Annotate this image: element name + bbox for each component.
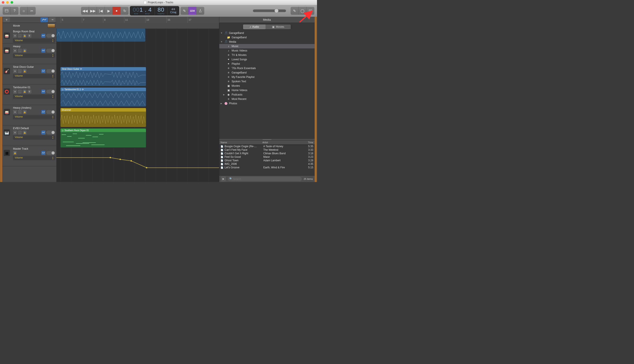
tab-movies[interactable]: ▣ Movies — [266, 24, 291, 29]
input-button[interactable]: 🎙 — [28, 90, 32, 94]
automation-mode[interactable] — [42, 90, 45, 94]
tree-item[interactable]: ▶◉Podcasts — [219, 92, 314, 97]
automation-mode[interactable] — [42, 69, 45, 73]
region-bongo[interactable] — [56, 28, 146, 42]
zoom-window[interactable] — [10, 1, 13, 4]
track-enable-toggle[interactable] — [46, 130, 55, 134]
lcd-display[interactable]: 001 . 4 BARBEAT 80 TEMPO 4/4 Cmaj — [130, 6, 179, 16]
notepad-button[interactable]: ✎ — [290, 7, 298, 15]
library-button[interactable] — [3, 7, 10, 15]
lock-button[interactable]: 🔒 — [13, 151, 17, 155]
solo-button[interactable]: 🎧 — [18, 34, 22, 38]
track-enable-toggle[interactable] — [46, 34, 55, 38]
tree-item[interactable]: ≡My Favorite Playlist — [219, 75, 314, 79]
automation-param-select[interactable]: Volume▴▾ — [13, 94, 55, 99]
automation-mode[interactable] — [42, 130, 45, 134]
track-header-1[interactable]: 🥁 Heavy ✕🎧 🔒 Volume▴▾ — [2, 44, 56, 64]
play-button[interactable]: ▶ — [105, 7, 113, 15]
tree-item[interactable]: ✦Loved Songs — [219, 57, 314, 62]
tuner-button[interactable]: ✎ — [180, 7, 188, 15]
tree-item[interactable]: ≡'70s Rock Essentials — [219, 66, 314, 70]
tree-item[interactable]: ≡TV & Movies — [219, 53, 314, 57]
automation-param-select[interactable]: Volume▴▾ — [13, 135, 55, 140]
mute-button[interactable]: ✕ — [13, 130, 17, 134]
automation-mode[interactable] — [42, 110, 45, 114]
cycle-button[interactable]: ↻ — [121, 7, 128, 15]
col-artist[interactable]: Artist — [262, 141, 302, 144]
smart-controls-button[interactable]: ☼ — [20, 7, 28, 15]
mute-button[interactable]: ✕ — [13, 110, 17, 114]
solo-button[interactable]: 🎧 — [18, 110, 22, 114]
media-search[interactable]: 🔍 — [228, 177, 302, 181]
movie-track-row[interactable]: Movie — [2, 23, 219, 28]
tree-item[interactable]: ▣Home Videos — [219, 88, 314, 92]
lock-button[interactable]: 🔒 — [23, 90, 27, 94]
automation-param-select[interactable]: Volume▴▾ — [13, 54, 55, 58]
lock-button[interactable]: 🔒 — [23, 130, 27, 134]
lock-button[interactable]: 🔒 — [23, 69, 27, 73]
loop-browser-button[interactable]: ◯ — [298, 7, 306, 15]
solo-button[interactable]: 🎧 — [18, 69, 22, 73]
track-header-3[interactable]: ⭕ Tambourine 01 ✕🎧 🔒 🎙 Volume▴▾ — [2, 84, 56, 105]
song-row[interactable]: 📄IMG_20064:35 — [219, 162, 314, 166]
minimize-window[interactable] — [6, 1, 9, 4]
rewind-button[interactable]: ◀◀ — [81, 7, 89, 15]
automation-mode[interactable] — [42, 151, 45, 155]
col-time[interactable]: Time — [302, 141, 313, 144]
region-organ[interactable]: ◇ Southern Rock Organ 01 — [60, 128, 146, 148]
tree-item[interactable]: ▼🎵Media — [219, 40, 314, 44]
region-tambourine[interactable]: ◇ Tambourine 01.1 ⟳ — [60, 87, 146, 107]
tree-item[interactable]: ▼🎵GarageBand — [219, 31, 314, 35]
track-header-4[interactable]: 🥁 Heavy (Anders) ✕🎧 🔒 Volume▴▾ — [2, 105, 56, 126]
song-row[interactable]: 📄Can't Feel My FaceThe Weeknd3:33 — [219, 148, 314, 152]
solo-button[interactable]: 🎧 — [18, 49, 22, 52]
lock-button[interactable]: 🔒 — [23, 34, 27, 38]
timeline-ruler[interactable]: 57911131517 — [56, 17, 219, 23]
track-enable-toggle[interactable] — [46, 110, 55, 114]
editors-button[interactable]: ✂ — [28, 7, 36, 15]
media-browser-button[interactable] — [306, 7, 314, 15]
close-window[interactable] — [2, 1, 4, 4]
stop-button[interactable]: |◀ — [97, 7, 105, 15]
track-header-6[interactable]: ▦ Master Track 🔒 Volume▴▾ — [2, 146, 56, 166]
track-enable-toggle[interactable] — [46, 151, 55, 155]
automation-mode[interactable] — [42, 49, 45, 52]
tree-item[interactable]: ▶🌸Photos — [219, 101, 314, 106]
song-row[interactable]: 📄Let's GrooveEarth, Wind & Fire5:15 — [219, 166, 314, 169]
automation-param-select[interactable]: Volume▴▾ — [13, 38, 55, 43]
automation-param-select[interactable]: Volume▴▾ — [13, 156, 55, 160]
track-header-2[interactable]: 🎸 Strat Disco Guitar ✕🎧 🔒 Volume▴▾ — [2, 64, 56, 84]
add-track-button[interactable]: + — [3, 18, 10, 22]
preview-play-button[interactable]: ▶ — [221, 176, 226, 181]
tree-item[interactable]: ♪Music — [219, 44, 314, 48]
lock-button[interactable]: 🔒 — [23, 110, 27, 114]
quick-help-button[interactable]: ? — [10, 7, 18, 15]
solo-button[interactable]: 🎧 — [18, 90, 22, 94]
song-row[interactable]: 📄Boogie Oogie Oogie (Re-…A Taste of Hone… — [219, 144, 314, 148]
record-button[interactable]: ● — [113, 7, 121, 15]
tree-item[interactable]: ✦Playlist — [219, 62, 314, 66]
media-tree[interactable]: ▼🎵GarageBand📁GarageBand▼🎵Media♪Music♪Mus… — [219, 31, 314, 139]
tree-item[interactable]: ▣Movies — [219, 84, 314, 88]
lock-button[interactable]: 🔒 — [23, 49, 27, 52]
track-header-0[interactable]: 🥁 Bongo Room Beat ✕🎧 🔒 🎙 Volume▴▾ — [2, 28, 56, 44]
count-in-button[interactable]: 1234 — [188, 7, 196, 15]
input-button[interactable]: 🎙 — [28, 34, 32, 38]
mute-button[interactable]: ✕ — [13, 90, 17, 94]
tree-item[interactable]: ≡Most Recent — [219, 97, 314, 101]
tab-audio[interactable]: ♪ Audio — [243, 24, 266, 29]
songs-header[interactable]: Name Artist Time — [219, 140, 314, 144]
region-drummer[interactable]: Drummer — [60, 108, 146, 127]
tree-item[interactable]: ≡GarageBand — [219, 70, 314, 75]
col-name[interactable]: Name — [220, 141, 262, 144]
track-enable-toggle[interactable] — [46, 49, 55, 52]
mute-button[interactable]: ✕ — [13, 49, 17, 52]
forward-button[interactable]: ▶▶ — [89, 7, 97, 15]
mute-button[interactable]: ✕ — [13, 69, 17, 73]
songs-list[interactable]: 📄Boogie Oogie Oogie (Re-…A Taste of Hone… — [219, 144, 314, 176]
track-enable-toggle[interactable] — [46, 90, 55, 94]
song-row[interactable]: 📄Feel So GoodMase3:23 — [219, 155, 314, 159]
catch-playhead-button[interactable]: ⇥ — [49, 18, 56, 22]
region-strat[interactable]: Strat Disco Guitar ⟳ — [60, 67, 146, 86]
track-header-5[interactable]: 🎹 EVB3 Default ✕🎧 🔒 Volume▴▾ — [2, 126, 56, 146]
